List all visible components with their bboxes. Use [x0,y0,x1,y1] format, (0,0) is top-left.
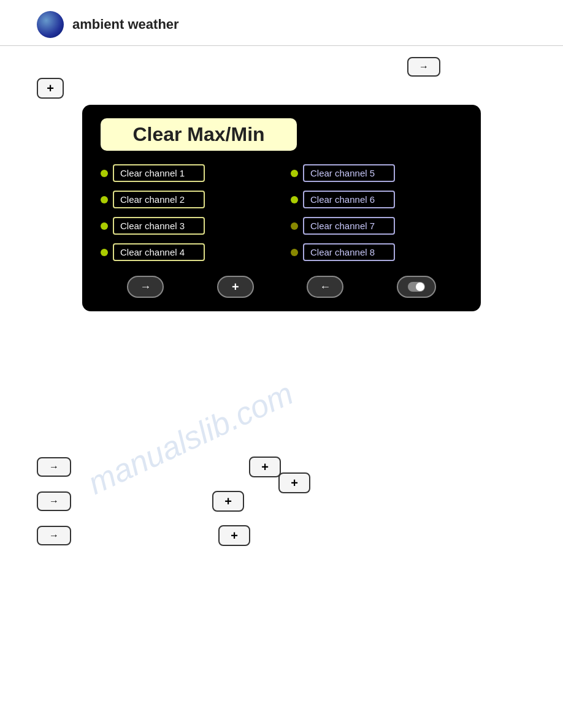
lower-arrow-btn-2[interactable]: → [37,491,71,511]
channel-dot-5 [291,170,298,177]
channel-dot-7 [291,222,298,230]
channel-dot-1 [101,170,108,177]
lower-arrow-btn-1[interactable]: → [37,457,71,477]
top-plus-button[interactable]: + [37,78,64,99]
lower-row-3: → + [37,525,527,546]
screen-back-button[interactable]: ← [307,276,343,298]
screen-toggle-button[interactable] [397,276,436,298]
lower-row-2: → + + [37,491,527,512]
channel-box-8[interactable]: Clear channel 8 [303,243,395,261]
device-screen: Clear Max/Min Clear channel 1 Clear chan… [82,105,481,311]
lower-plus-btn-1[interactable]: + [249,457,281,477]
lower-arrow-btn-3[interactable]: → [37,526,71,545]
channel-dot-3 [101,222,108,230]
channel-box-6[interactable]: Clear channel 6 [303,191,395,208]
top-arrow-button[interactable]: → [407,57,440,77]
toggle-knob [416,282,424,291]
plus-icon-1: + [261,460,269,474]
channel-item-6: Clear channel 6 [291,191,462,208]
channel-box-2[interactable]: Clear channel 2 [113,191,205,208]
screen-next-button[interactable]: → [127,276,164,298]
channels-grid: Clear channel 1 Clear channel 5 Clear ch… [101,164,462,261]
brand-name: ambient weather [72,17,179,32]
header: ambient weather [0,0,563,46]
channel-box-3[interactable]: Clear channel 3 [113,217,205,235]
screen-arrow-left-icon: ← [320,281,331,294]
lower-section: → + → + + → + [37,457,527,559]
channel-item-5: Clear channel 5 [291,164,462,182]
logo-icon [37,11,64,38]
channel-box-1[interactable]: Clear channel 1 [113,164,205,182]
screen-add-button[interactable]: + [217,276,254,298]
lower-plus-btn-3[interactable]: + [218,525,250,546]
plus-icon-2b: + [291,476,298,490]
channel-item-7: Clear channel 7 [291,217,462,235]
brand-bold: ambient [72,17,124,32]
channel-item-3: Clear channel 3 [101,217,272,235]
arrow-right-icon-2: → [49,496,59,507]
channel-dot-6 [291,196,298,203]
channel-dot-4 [101,249,108,256]
plus-icon: + [47,82,54,96]
arrow-right-icon-1: → [49,461,59,472]
screen-plus-icon: + [232,280,239,294]
arrow-right-icon-3: → [49,530,59,541]
arrow-right-icon: → [419,61,429,72]
lower-plus-btn-2a[interactable]: + [212,491,244,512]
screen-arrow-right-icon: → [140,281,151,294]
brand-suffix: weather [124,17,178,32]
channel-item-4: Clear channel 4 [101,243,272,261]
channel-item-8: Clear channel 8 [291,243,462,261]
channel-box-5[interactable]: Clear channel 5 [303,164,395,182]
screen-title: Clear Max/Min [101,118,297,151]
channel-item-2: Clear channel 2 [101,191,272,208]
channel-box-7[interactable]: Clear channel 7 [303,217,395,235]
lower-plus-btn-2b[interactable]: + [278,472,310,493]
channel-box-4[interactable]: Clear channel 4 [113,243,205,261]
plus-icon-3: + [231,529,238,543]
channel-item-1: Clear channel 1 [101,164,272,182]
toggle-track [408,282,425,292]
channel-dot-2 [101,196,108,203]
content-area: → + Clear Max/Min Clear channel 1 Clear … [0,46,563,322]
channel-dot-8 [291,249,298,256]
screen-bottom-buttons: → + ← [101,276,462,298]
plus-icon-2a: + [224,495,232,509]
